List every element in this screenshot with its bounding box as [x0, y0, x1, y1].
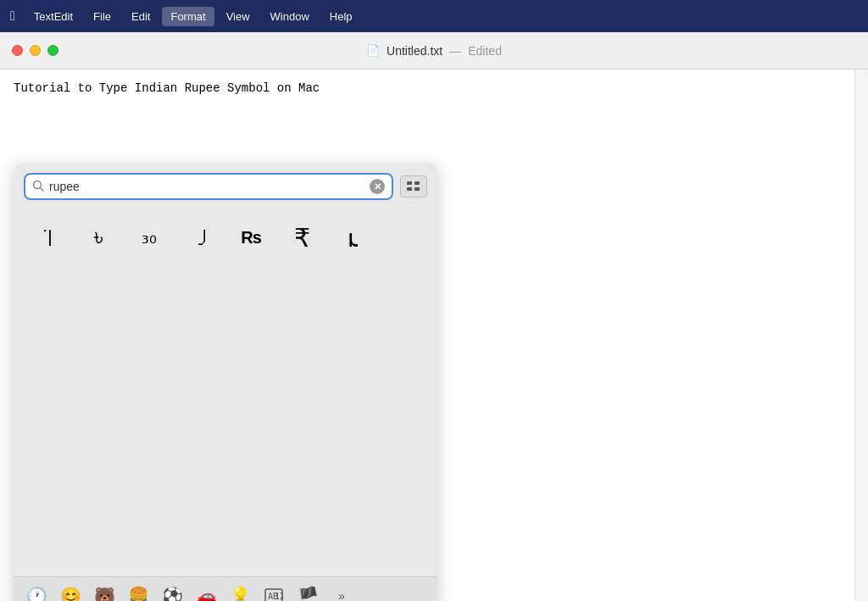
smiley-icon[interactable]: 😊	[54, 582, 86, 602]
menu-textedit[interactable]: TextEdit	[25, 7, 81, 26]
menu-format[interactable]: Format	[162, 7, 214, 26]
close-button[interactable]	[12, 45, 23, 56]
travel-icon[interactable]: 🚗	[190, 582, 222, 602]
character-viewer-panel: ✕ ꜈ ৳ ₃₀ ꠸	[14, 163, 437, 601]
file-icon: 📄	[366, 44, 380, 57]
symbol-item-1[interactable]: ꜈	[24, 214, 71, 261]
svg-rect-2	[407, 181, 412, 185]
window-title: 📄 Untitled.txt — Edited	[366, 44, 502, 58]
objects-icon[interactable]: 💡	[224, 582, 256, 602]
title-separator: —	[449, 44, 461, 58]
file-name: Untitled.txt	[387, 44, 442, 58]
content-area: Tutorial to Type Indian Rupee Symbol on …	[0, 70, 868, 601]
svg-text:12: 12	[275, 592, 283, 601]
tutorial-text: Tutorial to Type Indian Rupee Symbol on …	[14, 80, 841, 97]
symbol-item-7[interactable]: ɹ	[329, 214, 376, 261]
symbol-item-3[interactable]: ₃₀	[125, 214, 173, 261]
symbol-item-2[interactable]: ৳	[75, 214, 122, 261]
svg-rect-3	[415, 181, 420, 185]
menu-file[interactable]: File	[85, 7, 120, 26]
svg-rect-4	[407, 187, 412, 191]
more-icon[interactable]: »	[326, 582, 358, 602]
traffic-lights	[12, 45, 58, 56]
scrollbar-track[interactable]	[854, 70, 868, 601]
bottom-toolbar: 🕐 😊 🐻 🍔 ⚽ 🚗 💡 AB 12 🏴 »	[14, 576, 437, 601]
symbols-grid: ꜈ ৳ ₃₀ ꠸ Rs ₹ ɹ	[24, 210, 427, 566]
sports-icon[interactable]: ⚽	[156, 582, 188, 602]
animal-icon[interactable]: 🐻	[88, 582, 120, 602]
clear-search-button[interactable]: ✕	[370, 179, 385, 194]
search-input[interactable]	[49, 180, 364, 193]
search-bar: ✕	[24, 173, 393, 200]
svg-line-1	[41, 187, 44, 191]
menu-window[interactable]: Window	[262, 7, 318, 26]
menu-view[interactable]: View	[218, 7, 259, 26]
svg-rect-5	[415, 187, 420, 191]
editor-area[interactable]: Tutorial to Type Indian Rupee Symbol on …	[0, 70, 854, 601]
symbol-item-4[interactable]: ꠸	[176, 214, 224, 261]
symbol-item-6[interactable]: ₹	[278, 214, 326, 261]
menu-edit[interactable]: Edit	[123, 7, 159, 26]
symbol-item-5[interactable]: Rs	[227, 214, 275, 261]
menubar:  TextEdit File Edit Format View Window …	[0, 0, 868, 32]
recent-icon[interactable]: 🕐	[20, 582, 53, 602]
minimize-button[interactable]	[30, 45, 41, 56]
menu-help[interactable]: Help	[321, 7, 361, 26]
grid-view-button[interactable]	[400, 175, 427, 198]
search-icon	[32, 180, 44, 194]
search-row: ✕	[24, 173, 427, 200]
apple-menu[interactable]: 	[10, 8, 15, 24]
edited-status: Edited	[468, 44, 502, 58]
food-icon[interactable]: 🍔	[122, 582, 154, 602]
titlebar: 📄 Untitled.txt — Edited	[0, 32, 868, 70]
flags-icon[interactable]: 🏴	[292, 582, 324, 602]
maximize-button[interactable]	[47, 45, 58, 56]
symbols-icon[interactable]: AB 12	[258, 582, 290, 602]
